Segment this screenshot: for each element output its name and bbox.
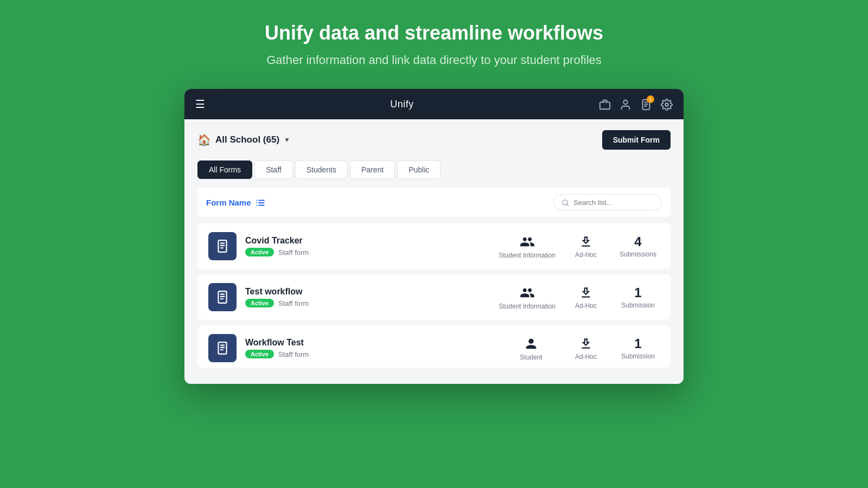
adhoc-label: Ad-Hoc [575, 353, 597, 361]
form-type: Staff form [278, 248, 309, 256]
sort-icon [256, 197, 265, 208]
adhoc-icon [579, 285, 593, 300]
hero-subtitle: Gather information and link data directl… [266, 53, 602, 67]
tabs-container: All Forms Staff Students Parent Public [197, 160, 671, 179]
folder-icon[interactable] [599, 98, 611, 111]
category-label: Student Information [499, 303, 556, 310]
school-label: All School (65) [215, 134, 279, 145]
form-adhoc: Ad-Hoc [564, 336, 608, 361]
form-card: Covid Tracker Active Staff form Student … [197, 223, 671, 269]
nav-bar: ☰ Unify 1 [184, 89, 684, 119]
category-icon [520, 233, 535, 249]
form-icon [208, 334, 237, 362]
search-box[interactable] [553, 194, 662, 210]
status-badge: Active [245, 248, 274, 256]
form-submissions: 1 Submission [616, 336, 660, 360]
form-type: Staff form [278, 350, 309, 358]
submissions-label: Submission [621, 352, 655, 360]
adhoc-label: Ad-Hoc [575, 251, 597, 259]
submissions-count: 1 [634, 285, 641, 300]
user-icon[interactable] [620, 98, 631, 111]
form-submissions: 4 Submissions [616, 234, 660, 258]
status-badge: Active [245, 299, 274, 307]
form-card: Workflow Test Active Staff form Student [197, 325, 671, 368]
top-row: 🏠 All School (65) ▼ Submit Form [197, 130, 671, 150]
hamburger-menu-icon[interactable]: ☰ [195, 98, 205, 111]
adhoc-icon [579, 336, 593, 351]
form-name-sort[interactable]: Form Name [206, 197, 265, 208]
tab-all-forms[interactable]: All Forms [197, 160, 252, 179]
form-category: Student Information [499, 233, 556, 259]
category-icon [524, 335, 539, 351]
search-input[interactable] [573, 198, 649, 207]
tab-staff[interactable]: Staff [254, 160, 293, 179]
dropdown-arrow-icon: ▼ [284, 136, 290, 144]
svg-point-1 [623, 100, 627, 104]
form-meta: Active Staff form [245, 350, 498, 358]
form-category: Student [507, 335, 556, 361]
submissions-count: 1 [634, 336, 641, 351]
form-info: Test workflow Active Staff form [245, 287, 490, 307]
adhoc-label: Ad-Hoc [575, 302, 597, 310]
category-icon [520, 284, 535, 300]
form-submissions: 1 Submission [616, 285, 660, 309]
submissions-label: Submission [621, 301, 655, 309]
svg-point-6 [665, 103, 668, 106]
form-info: Covid Tracker Active Staff form [245, 236, 490, 256]
category-label: Student Information [499, 252, 556, 259]
app-window: ☰ Unify 1 [184, 89, 684, 384]
submit-form-button[interactable]: Submit Form [602, 130, 671, 150]
school-selector[interactable]: 🏠 All School (65) ▼ [197, 133, 290, 146]
notification-badge: 1 [647, 95, 654, 103]
form-meta: Active Staff form [245, 248, 490, 256]
svg-line-14 [567, 204, 569, 206]
tab-public[interactable]: Public [397, 160, 441, 179]
form-icon [208, 283, 237, 311]
svg-rect-0 [600, 102, 610, 109]
settings-icon[interactable] [661, 98, 673, 111]
form-type: Staff form [278, 299, 309, 307]
form-category: Student Information [499, 284, 556, 310]
status-badge: Active [245, 350, 274, 358]
nav-title: Unify [390, 99, 414, 110]
category-label: Student [520, 354, 542, 361]
form-title: Workflow Test [245, 338, 498, 348]
adhoc-icon [579, 234, 593, 249]
form-adhoc: Ad-Hoc [564, 285, 608, 310]
calendar-icon[interactable]: 1 [640, 98, 652, 111]
form-title: Test workflow [245, 287, 490, 297]
content-area: 🏠 All School (65) ▼ Submit Form All Form… [184, 119, 684, 384]
submissions-label: Submissions [620, 251, 656, 258]
form-icon [208, 232, 237, 260]
school-icon: 🏠 [197, 133, 211, 146]
form-info: Workflow Test Active Staff form [245, 338, 498, 358]
tab-students[interactable]: Students [295, 160, 348, 179]
form-meta: Active Staff form [245, 299, 490, 307]
form-title: Covid Tracker [245, 236, 490, 246]
nav-icons: 1 [599, 98, 673, 111]
filter-row: Form Name [197, 188, 671, 217]
tab-parent[interactable]: Parent [350, 160, 395, 179]
form-card: Test workflow Active Staff form Student … [197, 274, 671, 320]
search-icon [561, 198, 569, 207]
hero-title: Unify data and streamline workflows [265, 22, 603, 44]
form-adhoc: Ad-Hoc [564, 234, 608, 259]
form-name-label: Form Name [206, 198, 251, 207]
submissions-count: 4 [634, 234, 641, 249]
